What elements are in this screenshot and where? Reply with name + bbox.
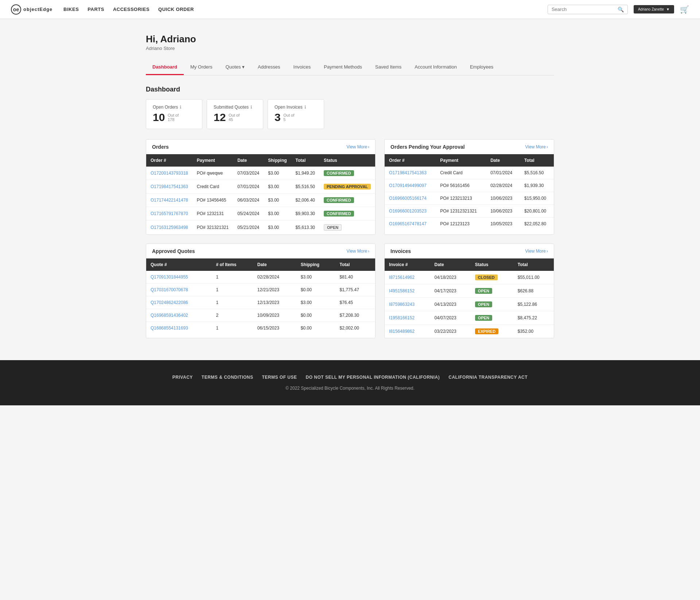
account-tabs: Dashboard My Orders Quotes ▾ Addresses I… <box>146 60 554 75</box>
orders-col-date: Date <box>233 154 264 167</box>
aq-quote-number[interactable]: Q16868554131693 <box>146 322 212 335</box>
po-order-number[interactable]: O16966005166174 <box>385 192 436 205</box>
aq-quote-number[interactable]: Q17031670070678 <box>146 284 212 296</box>
orders-col-shipping: Shipping <box>264 154 291 167</box>
po-date: 10/05/2023 <box>486 218 520 230</box>
invoices-table: Invoice # Date Status Total I8715614962 … <box>385 258 554 338</box>
table-row: I8156489862 03/22/2023 Expired $352.00 <box>385 325 554 338</box>
footer-terms-conditions[interactable]: TERMS & CONDITIONS <box>202 375 253 380</box>
po-payment: PO# 12123123 <box>436 218 486 230</box>
tab-dashboard[interactable]: Dashboard <box>146 60 184 75</box>
dropdown-chevron-icon: ▼ <box>666 7 670 11</box>
stats-row: Open Orders ℹ 10 Out of178 Submitted Quo… <box>146 99 554 129</box>
aq-quote-number[interactable]: Q16968591436402 <box>146 309 212 322</box>
search-icon: 🔍 <box>618 7 624 12</box>
aq-quote-number[interactable]: Q17024862422086 <box>146 296 212 309</box>
stat-open-orders: Open Orders ℹ 10 Out of178 <box>146 99 202 129</box>
stat-submitted-quotes-outof: Out of45 <box>229 113 240 122</box>
nav-parts[interactable]: PARTS <box>88 7 104 12</box>
order-total: $1,949.20 <box>291 167 319 180</box>
invoices-view-more[interactable]: View More › <box>525 249 548 254</box>
aq-items: 1 <box>212 284 253 296</box>
order-status: OPEN <box>319 221 375 235</box>
aq-shipping: $3.00 <box>296 296 335 309</box>
footer-california-transparency[interactable]: CALIFORNIA TRANSPARENCY ACT <box>448 375 528 380</box>
pending-orders-view-more[interactable]: View More › <box>525 144 548 149</box>
po-order-number[interactable]: O17198417541363 <box>385 167 436 179</box>
info-icon-3: ℹ <box>304 105 306 110</box>
cart-icon[interactable]: 🛒 <box>680 5 689 14</box>
stat-open-orders-outof: Out of178 <box>168 113 179 122</box>
tab-my-orders[interactable]: My Orders <box>184 60 219 75</box>
orders-header: Orders View More › <box>146 140 375 154</box>
tab-employees[interactable]: Employees <box>463 60 500 75</box>
footer-terms-use[interactable]: TERMS OF USE <box>262 375 297 380</box>
pending-orders-table: Order # Payment Date Total O171984175413… <box>385 154 554 230</box>
po-payment: PO# 12312321321 <box>436 205 486 218</box>
order-number[interactable]: O17163125963498 <box>146 221 192 235</box>
inv-invoice-number[interactable]: I8759863243 <box>385 298 430 311</box>
approved-quotes-view-more[interactable]: View More › <box>347 249 369 254</box>
aq-shipping: $0.00 <box>296 284 335 296</box>
table-row: Q16968591436402 2 10/09/2023 $0.00 $7,20… <box>146 309 375 322</box>
aq-date: 12/21/2023 <box>253 284 296 296</box>
orders-title: Orders <box>152 144 169 150</box>
inv-total: $352.00 <box>513 325 554 338</box>
inv-invoice-number[interactable]: I8156489862 <box>385 325 430 338</box>
order-status: CONFIRMED <box>319 167 375 180</box>
aq-col-shipping: Shipping <box>296 258 335 271</box>
search-bar[interactable]: 🔍 <box>548 5 628 14</box>
aq-total: $7,208.30 <box>335 309 375 322</box>
orders-table: Order # Payment Date Shipping Total Stat… <box>146 154 375 234</box>
logo-text: objectEdge <box>23 7 52 12</box>
approved-quotes-section: Approved Quotes View More › Quote # # of… <box>146 243 376 338</box>
table-row: O16966001203523 PO# 12312321321 10/06/20… <box>385 205 554 218</box>
search-input[interactable] <box>552 7 618 12</box>
tab-addresses[interactable]: Addresses <box>251 60 287 75</box>
order-number[interactable]: O171984175413​63 <box>146 180 192 194</box>
inv-invoice-number[interactable]: I8715614962 <box>385 271 430 284</box>
order-number[interactable]: O17174422141478 <box>146 194 192 207</box>
order-status: PENDING APPROVAL <box>319 180 375 194</box>
order-number[interactable]: O17165791767870 <box>146 207 192 221</box>
inv-status: Open <box>471 298 513 311</box>
inv-total: $5,122.86 <box>513 298 554 311</box>
user-dropdown[interactable]: Adriano Zanette ▼ <box>634 5 674 13</box>
order-shipping: $3.00 <box>264 167 291 180</box>
inv-invoice-number[interactable]: I4951586152 <box>385 284 430 298</box>
tab-quotes[interactable]: Quotes ▾ <box>219 60 252 75</box>
aq-items: 2 <box>212 309 253 322</box>
order-status: CONFIRMED <box>319 207 375 221</box>
footer-do-not-sell[interactable]: DO NOT SELL MY PERSONAL INFORMATION (CAL… <box>306 375 440 380</box>
order-number[interactable]: O17200143793318 <box>146 167 192 180</box>
aq-date: 12/13/2023 <box>253 296 296 309</box>
tab-account-information[interactable]: Account Information <box>408 60 463 75</box>
nav-quick-order[interactable]: QUICK ORDER <box>158 7 194 12</box>
order-date: 07/03/2024 <box>233 167 264 180</box>
order-payment: PO# 321321321 <box>192 221 233 235</box>
logo[interactable]: oe objectEdge <box>11 4 52 15</box>
table-row: O17200143793318 PO# qweqwe 07/03/2024 $3… <box>146 167 375 180</box>
tab-payment-methods[interactable]: Payment Methods <box>317 60 369 75</box>
po-order-number[interactable]: O16966001203523 <box>385 205 436 218</box>
inv-col-date: Date <box>430 258 471 271</box>
orders-view-more[interactable]: View More › <box>347 144 369 149</box>
footer-privacy[interactable]: PRIVACY <box>172 375 193 380</box>
po-order-number[interactable]: O17091494499097 <box>385 179 436 192</box>
aq-date: 10/09/2023 <box>253 309 296 322</box>
order-status: CONFIRMED <box>319 194 375 207</box>
nav-bikes[interactable]: BIKES <box>63 7 79 12</box>
aq-items: 1 <box>212 296 253 309</box>
aq-date: 02/28/2024 <box>253 271 296 284</box>
tab-saved-items[interactable]: Saved Items <box>369 60 408 75</box>
po-order-number[interactable]: O16965167478147 <box>385 218 436 230</box>
nav-accessories[interactable]: ACCESSORIES <box>113 7 149 12</box>
aq-col-items: # of Items <box>212 258 253 271</box>
po-payment: PO# 56161456 <box>436 179 486 192</box>
inv-status: Open <box>471 284 513 298</box>
aq-col-date: Date <box>253 258 296 271</box>
inv-invoice-number[interactable]: I1958166152 <box>385 311 430 325</box>
aq-quote-number[interactable]: Q17091301844955 <box>146 271 212 284</box>
inv-total: $55,011.00 <box>513 271 554 284</box>
tab-invoices[interactable]: Invoices <box>287 60 318 75</box>
